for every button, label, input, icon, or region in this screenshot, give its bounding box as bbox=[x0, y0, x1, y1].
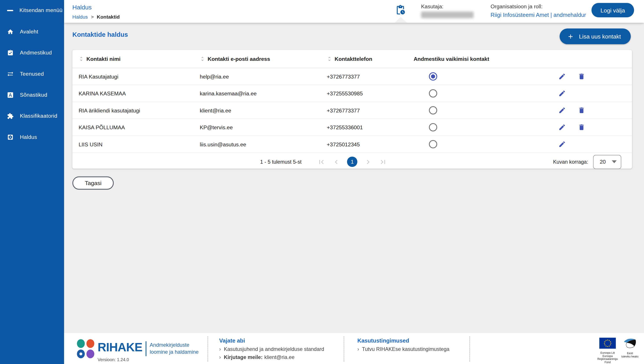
delete-button[interactable] bbox=[578, 72, 585, 80]
contact-name: RIA ärikliendi kasutajatugi bbox=[79, 107, 200, 113]
main-content: Kontaktide haldus Lisa uus kontakt Konta… bbox=[64, 23, 644, 333]
collapse-label: Kitsendan menüü bbox=[20, 7, 63, 13]
help-link-manual[interactable]: › Kasutusjuhend ja andmekirjelduse stand… bbox=[219, 346, 324, 352]
back-button[interactable]: Tagasi bbox=[73, 176, 114, 190]
edit-button[interactable] bbox=[558, 90, 566, 97]
column-label: Kontakti e-posti aadress bbox=[208, 56, 270, 62]
terms-section: Kasutustingimused › Tutvu RIHAKEse kasut… bbox=[357, 338, 450, 352]
radio-dot bbox=[431, 125, 435, 129]
breadcrumb-separator: > bbox=[91, 14, 94, 20]
sort-icon[interactable] bbox=[327, 56, 332, 62]
contact-phone: +37255336001 bbox=[327, 124, 414, 130]
footer-divider bbox=[208, 336, 208, 362]
sidebar-item-teenused[interactable]: Teenused bbox=[0, 63, 64, 84]
radio-dot bbox=[431, 91, 435, 96]
terms-title[interactable]: Kasutustingimused bbox=[357, 338, 450, 344]
column-header-name[interactable]: Kontakti nimi bbox=[79, 56, 200, 62]
last-page-icon bbox=[379, 158, 387, 166]
gear-box-icon bbox=[7, 134, 14, 140]
clipboard-check-icon bbox=[7, 50, 14, 56]
table-row: KARINA KASEMAA karina.kasemaa@ria.ee +37… bbox=[73, 85, 632, 102]
logout-button[interactable]: Logi välja bbox=[591, 3, 634, 17]
column-label: Kontakttelefon bbox=[335, 56, 372, 62]
chevron-bullet: › bbox=[357, 346, 359, 352]
collapse-menu-button[interactable]: Kitsendan menüü bbox=[7, 7, 62, 13]
chevron-bullet: › bbox=[219, 354, 221, 360]
org-label: Organisatsioon ja roll: bbox=[490, 3, 586, 10]
contact-email: liis.usin@asutus.ee bbox=[200, 141, 327, 147]
edit-button[interactable] bbox=[558, 140, 566, 148]
last-page-button[interactable] bbox=[379, 158, 387, 166]
default-contact-radio[interactable] bbox=[429, 72, 437, 81]
default-contact-radio[interactable] bbox=[429, 106, 437, 114]
column-header-email[interactable]: Kontakti e-posti aadress bbox=[200, 56, 327, 62]
column-header-phone[interactable]: Kontakttelefon bbox=[327, 56, 414, 62]
chevron-down-icon bbox=[612, 160, 617, 163]
radio-dot bbox=[431, 142, 435, 146]
default-contact-radio[interactable] bbox=[429, 140, 437, 148]
sidebar-item-sonastikud[interactable]: Sõnastikud bbox=[0, 84, 64, 105]
contact-phone: +3725012345 bbox=[327, 141, 414, 147]
page-number-button[interactable]: 1 bbox=[347, 156, 357, 167]
table-row: RIA ärikliendi kasutajatugi klient@ria.e… bbox=[73, 102, 632, 119]
contact-phone: +3726773377 bbox=[327, 73, 414, 80]
sidebar-item-label: Andmestikud bbox=[20, 50, 52, 56]
pencil-icon bbox=[558, 90, 566, 97]
contact-name: LIIS USIN bbox=[79, 141, 200, 147]
user-label: Kasutaja: bbox=[421, 3, 474, 10]
delete-button[interactable] bbox=[578, 124, 585, 131]
header-title: Haldus bbox=[73, 4, 120, 11]
help-title[interactable]: Vajate abi bbox=[219, 338, 324, 344]
trash-icon bbox=[578, 106, 585, 114]
column-label: Andmestiku vaikimisi kontakt bbox=[414, 56, 489, 62]
footer-divider bbox=[469, 336, 470, 362]
sidebar-item-klassifikaatorid[interactable]: Klassifikaatorid bbox=[0, 106, 64, 126]
add-contact-label: Lisa uus kontakt bbox=[579, 33, 621, 40]
table-row: RIA Kasutajatugi help@ria.ee +3726773377 bbox=[73, 68, 632, 85]
sort-icon[interactable] bbox=[79, 56, 84, 62]
contact-email: karina.kasemaa@ria.ee bbox=[200, 90, 327, 96]
chevron-right-icon bbox=[364, 158, 372, 166]
per-page-label: Kuvan korraga: bbox=[553, 159, 588, 164]
add-contact-button[interactable]: Lisa uus kontakt bbox=[559, 28, 631, 44]
brand-name: RIHAKE bbox=[98, 340, 142, 354]
sort-icon[interactable] bbox=[200, 56, 205, 62]
default-contact-radio[interactable] bbox=[429, 89, 437, 98]
breadcrumb-link-haldus[interactable]: Haldus bbox=[73, 14, 88, 20]
contact-email: klient@ria.ee bbox=[200, 107, 327, 113]
sidebar-nav: Avaleht Andmestikud Teenused Sõnastikud … bbox=[0, 21, 64, 148]
prev-page-button[interactable] bbox=[332, 158, 341, 166]
per-page-select[interactable]: 20 bbox=[593, 155, 621, 169]
sidebar-item-avaleht[interactable]: Avaleht bbox=[0, 21, 64, 42]
sidebar-item-label: Klassifikaatorid bbox=[20, 113, 57, 119]
eu-logo-caption: Euroopa Liit Euroopa Regionaalarengu Fon… bbox=[597, 351, 618, 364]
estonia-logo-block: Eesti tuleviku heaks bbox=[620, 338, 639, 358]
home-icon bbox=[7, 28, 14, 35]
help-link-email[interactable]: › Kirjutage meile: klient@ria.ee bbox=[219, 354, 324, 360]
org-block: Organisatsioon ja roll: Riigi Infosüstee… bbox=[490, 3, 586, 18]
terms-link[interactable]: › Tutvu RIHAKEse kasutustingimustega bbox=[357, 346, 450, 352]
clipboard-clock-icon bbox=[395, 4, 406, 15]
first-page-button[interactable] bbox=[317, 158, 326, 166]
edit-button[interactable] bbox=[558, 106, 566, 114]
chevron-left-icon bbox=[332, 158, 341, 166]
sidebar-item-haldus[interactable]: Haldus bbox=[0, 126, 64, 148]
contact-phone: +3726773377 bbox=[327, 107, 414, 113]
pencil-icon bbox=[558, 106, 566, 114]
sidebar-item-andmestikud[interactable]: Andmestikud bbox=[0, 42, 64, 63]
collapse-icon bbox=[7, 10, 13, 11]
estonia-flag-icon bbox=[622, 338, 638, 349]
contact-phone: +37255530985 bbox=[327, 90, 414, 96]
org-role-link[interactable]: Riigi Infosüsteemi Amet | andmehaldur bbox=[490, 12, 586, 18]
delete-button[interactable] bbox=[578, 106, 585, 114]
sidebar-item-label: Avaleht bbox=[20, 28, 38, 34]
pending-actions-button[interactable] bbox=[395, 4, 406, 15]
brand-divider bbox=[146, 341, 147, 356]
edit-button[interactable] bbox=[558, 72, 566, 80]
svg-text:★: ★ bbox=[607, 346, 608, 348]
svg-text:★: ★ bbox=[605, 339, 607, 342]
next-page-button[interactable] bbox=[364, 158, 372, 166]
user-name-redacted bbox=[421, 12, 474, 18]
edit-button[interactable] bbox=[558, 124, 566, 131]
default-contact-radio[interactable] bbox=[429, 123, 437, 132]
